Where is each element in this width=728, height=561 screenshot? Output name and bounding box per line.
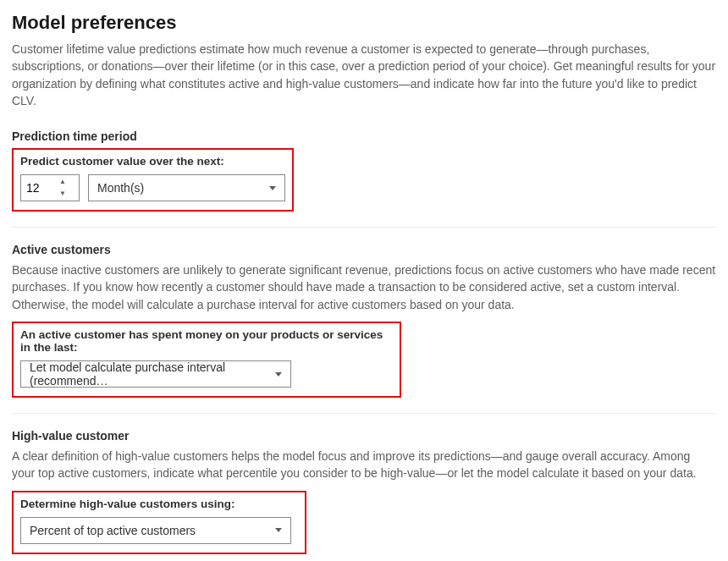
section-title-active: Active customers	[12, 243, 716, 256]
highvalue-desc: A clear definition of high-value custome…	[12, 448, 716, 482]
page-intro: Customer lifetime value predictions esti…	[12, 41, 716, 109]
prediction-label: Predict customer value over the next:	[20, 155, 285, 168]
active-label: An active customer has spent money on yo…	[20, 328, 393, 354]
spinner-up-icon[interactable]: ▲	[55, 176, 70, 188]
highvalue-method-value: Percent of top active customers	[30, 524, 196, 537]
active-interval-select[interactable]: Let model calculate purchase interval (r…	[20, 360, 291, 388]
highvalue-highlight: Determine high-value customers using: Pe…	[12, 491, 306, 554]
spinner-controls: ▲ ▼	[55, 175, 70, 201]
highvalue-method-select[interactable]: Percent of top active customers	[20, 517, 291, 544]
section-title-highvalue: High-value customer	[12, 429, 716, 443]
page-title: Model preferences	[12, 12, 716, 34]
active-desc: Because inactive customers are unlikely …	[12, 261, 716, 313]
spinner-down-icon[interactable]: ▼	[55, 188, 70, 200]
divider	[12, 413, 716, 414]
chevron-down-icon	[275, 372, 282, 377]
prediction-value-input[interactable]	[21, 175, 55, 201]
divider	[12, 227, 716, 228]
highvalue-label: Determine high-value customers using:	[20, 498, 298, 510]
prediction-unit-select[interactable]: Month(s)	[88, 174, 285, 201]
chevron-down-icon	[275, 528, 282, 532]
active-highlight: An active customer has spent money on yo…	[12, 322, 401, 398]
active-interval-value: Let model calculate purchase interval (r…	[30, 360, 275, 388]
section-title-prediction: Prediction time period	[12, 129, 716, 143]
prediction-highlight: Predict customer value over the next: ▲ …	[12, 148, 294, 212]
prediction-value-stepper[interactable]: ▲ ▼	[20, 174, 80, 201]
chevron-down-icon	[269, 186, 276, 190]
prediction-unit-value: Month(s)	[97, 181, 144, 195]
